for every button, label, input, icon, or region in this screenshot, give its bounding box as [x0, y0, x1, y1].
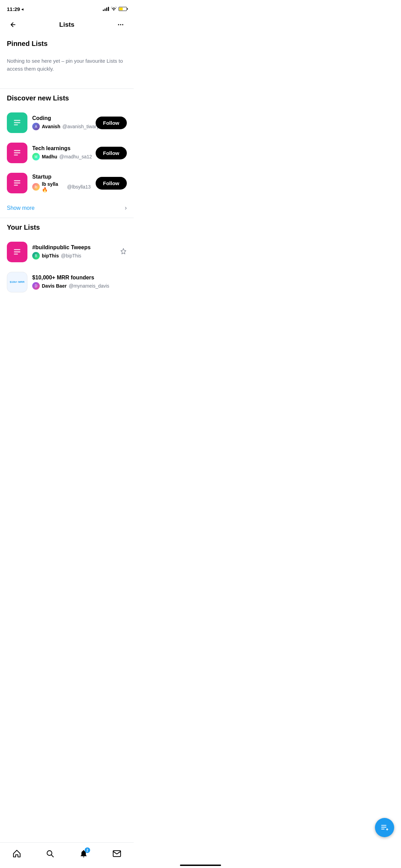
startup-list-owner: lb lb sylla 🔥 @lbsylla13 — [32, 181, 91, 192]
list-item: Startup lb lb sylla 🔥 @lbsylla13 Follow — [0, 168, 134, 198]
svg-rect-13 — [14, 251, 21, 252]
coding-follow-button[interactable]: Follow — [96, 117, 127, 129]
mrr-owner-name: Davis Baer — [42, 283, 66, 289]
status-bar: 11:29 ◂ — [0, 0, 134, 15]
svg-point-2 — [122, 24, 123, 25]
discover-lists-section: Discover new Lists — [0, 89, 134, 108]
tech-learnings-list-name: Tech learnings — [32, 145, 91, 152]
show-more-label: Show more — [7, 205, 35, 211]
show-more-button[interactable]: Show more › — [0, 198, 134, 218]
coding-list-name: Coding — [32, 115, 91, 121]
startup-follow-button[interactable]: Follow — [96, 177, 127, 190]
page-title: Lists — [59, 21, 74, 28]
svg-rect-5 — [14, 124, 18, 125]
tech-learnings-owner-avatar: M — [32, 153, 40, 160]
svg-rect-14 — [14, 254, 18, 255]
svg-point-1 — [120, 24, 121, 25]
svg-rect-3 — [14, 120, 21, 121]
tech-learnings-owner-handle: @madhu_sa12 — [59, 154, 92, 159]
tech-learnings-follow-button[interactable]: Follow — [96, 147, 127, 159]
tech-learnings-list-info: Tech learnings M Madhu @madhu_sa12 — [32, 145, 91, 160]
svg-point-0 — [118, 24, 119, 25]
svg-rect-9 — [14, 180, 21, 181]
svg-rect-6 — [14, 150, 21, 151]
startup-owner-handle: @lbsylla13 — [67, 184, 91, 190]
buildinpublic-owner-avatar: B — [32, 252, 40, 260]
mrr-owner-handle: @mynameis_davis — [69, 283, 109, 289]
buildinpublic-list-owner: B bipThis @bipThis — [32, 252, 115, 260]
svg-rect-12 — [14, 249, 21, 250]
svg-rect-4 — [14, 122, 21, 123]
pin-icon[interactable] — [120, 248, 127, 256]
coding-owner-name: Avanish — [42, 124, 60, 129]
startup-list-name: Startup — [32, 174, 91, 180]
mrr-list-info: $10,000+ MRR founders D Davis Baer @myna… — [32, 275, 127, 290]
coding-list-info: Coding A Avanish @avanish_tiwary — [32, 115, 91, 130]
list-item: Coding A Avanish @avanish_tiwary Follow — [0, 108, 134, 138]
discover-lists-title: Discover new Lists — [7, 94, 127, 102]
your-lists-section: Your Lists — [0, 218, 134, 237]
back-button[interactable] — [7, 19, 19, 31]
startup-owner-name: lb sylla 🔥 — [42, 181, 65, 192]
buildinpublic-owner-name: bipThis — [42, 253, 59, 258]
signal-icon — [103, 7, 109, 11]
svg-rect-8 — [14, 155, 18, 156]
more-button[interactable] — [114, 19, 127, 31]
buildinpublic-list-icon — [7, 242, 27, 262]
tech-learnings-list-owner: M Madhu @madhu_sa12 — [32, 153, 91, 160]
coding-list-icon — [7, 112, 27, 133]
mrr-list-icon: $10k+ MRR — [7, 272, 27, 292]
svg-rect-10 — [14, 182, 21, 183]
coding-owner-avatar: A — [32, 123, 40, 130]
tech-learnings-owner-name: Madhu — [42, 154, 57, 159]
startup-list-info: Startup lb lb sylla 🔥 @lbsylla13 — [32, 174, 91, 192]
battery-icon — [119, 7, 127, 11]
pinned-lists-section: Pinned Lists Nothing to see here yet – p… — [0, 34, 134, 88]
coding-list-owner: A Avanish @avanish_tiwary — [32, 123, 91, 130]
chevron-right-icon: › — [125, 204, 127, 212]
coding-owner-handle: @avanish_tiwary — [62, 124, 99, 129]
your-list-item: $10k+ MRR $10,000+ MRR founders D Davis … — [0, 267, 134, 297]
svg-rect-11 — [14, 185, 18, 186]
pinned-empty-message: Nothing to see here yet – pin your favou… — [7, 50, 127, 83]
mrr-list-owner: D Davis Baer @mynameis_davis — [32, 282, 127, 290]
svg-rect-7 — [14, 152, 21, 153]
status-icons — [103, 7, 127, 12]
your-list-item: #buildinpublic Tweeps B bipThis @bipThis — [0, 237, 134, 267]
startup-owner-avatar: lb — [32, 183, 40, 191]
page-header: Lists — [0, 15, 134, 34]
buildinpublic-owner-handle: @bipThis — [61, 253, 81, 258]
pinned-lists-title: Pinned Lists — [7, 40, 127, 48]
your-lists-title: Your Lists — [7, 224, 127, 231]
tech-learnings-list-icon — [7, 143, 27, 163]
buildinpublic-list-info: #buildinpublic Tweeps B bipThis @bipThis — [32, 244, 115, 260]
status-time: 11:29 — [7, 6, 20, 12]
mrr-list-icon-text: $10k+ MRR — [10, 280, 25, 284]
wifi-icon — [111, 7, 117, 12]
mrr-owner-avatar: D — [32, 282, 40, 290]
mrr-list-name: $10,000+ MRR founders — [32, 275, 127, 281]
list-item: Tech learnings M Madhu @madhu_sa12 Follo… — [0, 138, 134, 168]
location-icon: ◂ — [21, 7, 24, 12]
startup-list-icon — [7, 173, 27, 193]
buildinpublic-list-name: #buildinpublic Tweeps — [32, 244, 115, 251]
